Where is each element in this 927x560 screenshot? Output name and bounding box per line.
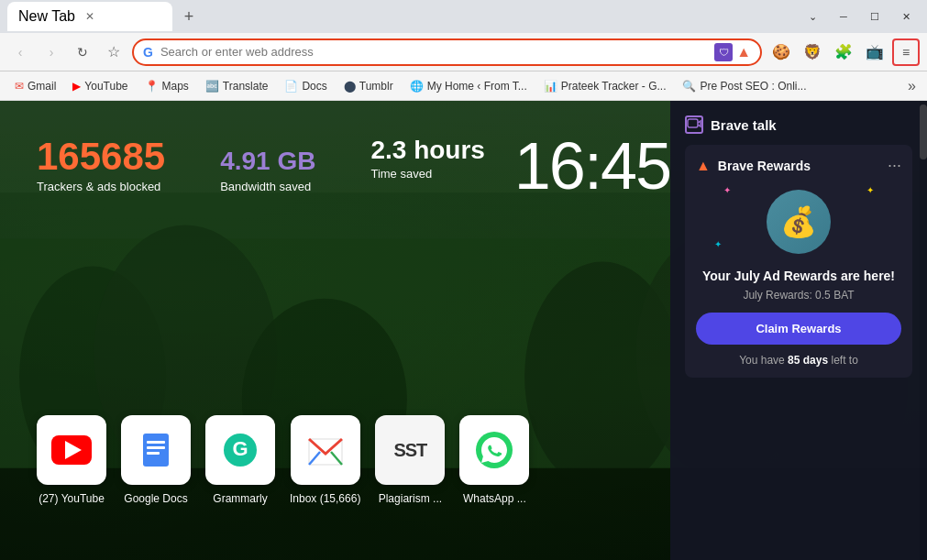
bookmark-seo-label: Pre Post SEO : Onli... bbox=[700, 80, 806, 93]
rewards-label: Brave Rewards bbox=[718, 159, 880, 173]
tumblr-icon: ⬤ bbox=[344, 80, 356, 93]
bookmark-youtube-label: YouTube bbox=[84, 80, 127, 93]
bookmark-translate[interactable]: 🔤 Translate bbox=[198, 77, 276, 95]
docs-icon: 📄 bbox=[284, 80, 298, 93]
youtube-icon: ▶ bbox=[72, 80, 81, 93]
close-button[interactable]: ✕ bbox=[892, 7, 920, 26]
youtube-logo bbox=[51, 435, 92, 465]
dial-youtube-label: (27) YouTube bbox=[39, 492, 105, 505]
brave-rewards-icon[interactable]: ▲ bbox=[736, 44, 751, 60]
scrollbar-thumb[interactable] bbox=[920, 104, 927, 159]
bookmark-tumblr[interactable]: ⬤ Tumblr bbox=[337, 77, 401, 95]
reload-button[interactable]: ↻ bbox=[70, 39, 95, 65]
confetti-1: ✦ bbox=[723, 185, 731, 195]
bookmark-translate-label: Translate bbox=[223, 80, 269, 93]
dial-plagiarism[interactable]: SST Plagiarism ... bbox=[375, 415, 445, 505]
seo-icon: 🔍 bbox=[682, 80, 696, 93]
dial-grammarly[interactable]: G Grammarly bbox=[205, 415, 275, 505]
google-g-icon: G bbox=[143, 45, 153, 60]
active-tab[interactable]: New Tab ✕ bbox=[7, 2, 172, 31]
bookmark-myhome-label: My Home ‹ From T... bbox=[427, 80, 527, 93]
bookmark-gmail[interactable]: ✉ Gmail bbox=[7, 77, 63, 95]
rewards-more-button[interactable]: ··· bbox=[888, 156, 901, 175]
bookmark-tracker[interactable]: 📊 Prateek Tracker - G... bbox=[536, 77, 674, 95]
translate-icon: 🔤 bbox=[205, 80, 219, 93]
bookmark-maps[interactable]: 📍 Maps bbox=[138, 77, 196, 95]
chevron-button[interactable]: ⌄ bbox=[799, 7, 826, 26]
forward-button[interactable]: › bbox=[39, 39, 64, 65]
time-stat: 2.3 hours Time saved bbox=[370, 137, 485, 181]
dial-grammarly-label: Grammarly bbox=[213, 492, 267, 505]
maps-icon: 📍 bbox=[145, 80, 159, 93]
grammarly-logo: G bbox=[220, 430, 260, 470]
bandwidth-number: 4.91 GB bbox=[220, 137, 315, 176]
svg-rect-12 bbox=[147, 446, 165, 449]
svg-text:G: G bbox=[232, 437, 248, 460]
bookmark-tumblr-label: Tumblr bbox=[359, 80, 393, 93]
main-content: 165685 Trackers & ads blocked 4.91 GB Ba… bbox=[0, 101, 927, 560]
claim-rewards-button[interactable]: Claim Rewards bbox=[696, 313, 901, 345]
gmail-logo bbox=[305, 430, 346, 470]
tracker-icon: 📊 bbox=[544, 80, 557, 93]
svg-rect-10 bbox=[143, 434, 169, 467]
rewards-title: Your July Ad Rewards are here! bbox=[696, 269, 901, 283]
tab-close-button[interactable]: ✕ bbox=[83, 9, 97, 24]
rewards-header: ▲ Brave Rewards ··· bbox=[696, 156, 901, 175]
rewards-amount: July Rewards: 0.5 BAT bbox=[696, 289, 901, 302]
url-input[interactable] bbox=[160, 45, 707, 59]
brave-shield-icon[interactable]: 🛡 bbox=[714, 43, 733, 61]
brave-icon[interactable]: 🦁 bbox=[799, 38, 826, 66]
dial-plagiarism-label: Plagiarism ... bbox=[379, 492, 442, 505]
back-button[interactable]: ‹ bbox=[7, 39, 33, 65]
cookie-icon[interactable]: 🍪 bbox=[767, 38, 795, 66]
window-controls: ⌄ ─ ☐ ✕ bbox=[799, 7, 920, 26]
address-icons: 🛡 ▲ bbox=[714, 43, 751, 61]
extensions-icon[interactable]: 🧩 bbox=[830, 38, 857, 66]
tab-title: New Tab bbox=[18, 8, 75, 25]
bookmark-button[interactable]: ☆ bbox=[101, 39, 127, 65]
menu-button[interactable]: ≡ bbox=[892, 38, 920, 66]
dial-gmail[interactable]: Inbox (15,666) bbox=[290, 415, 360, 505]
scrollbar[interactable] bbox=[920, 101, 927, 560]
days-left-text: You have 85 days left to bbox=[696, 354, 901, 367]
gmail-dial-icon bbox=[291, 415, 360, 485]
dial-youtube[interactable]: (27) YouTube bbox=[37, 415, 106, 505]
cast-icon[interactable]: 📺 bbox=[861, 38, 888, 66]
address-bar[interactable]: G 🛡 ▲ bbox=[132, 38, 762, 66]
minimize-button[interactable]: ─ bbox=[830, 7, 857, 26]
rewards-bag-icon: 💰 bbox=[767, 190, 831, 254]
whatsapp-logo bbox=[474, 430, 514, 470]
stats-section: 165685 Trackers & ads blocked 4.91 GB Ba… bbox=[37, 137, 485, 193]
dial-whatsapp[interactable]: WhatsApp ... bbox=[459, 415, 529, 505]
bookmark-gmail-label: Gmail bbox=[28, 80, 56, 93]
brave-talk-header: Brave talk bbox=[685, 115, 912, 134]
bookmarks-bar: ✉ Gmail ▶ YouTube 📍 Maps 🔤 Translate 📄 D… bbox=[0, 71, 927, 101]
plagiarism-dial-icon: SST bbox=[375, 415, 445, 485]
dial-gdocs-label: Google Docs bbox=[124, 492, 187, 505]
dial-gdocs[interactable]: Google Docs bbox=[121, 415, 191, 505]
gdocs-dial-icon bbox=[121, 415, 191, 485]
dial-gmail-label: Inbox (15,666) bbox=[290, 492, 360, 505]
maximize-button[interactable]: ☐ bbox=[861, 7, 888, 26]
trackers-label: Trackers & ads blocked bbox=[37, 180, 165, 193]
new-tab-button[interactable]: + bbox=[176, 4, 202, 29]
trackers-count: 165685 bbox=[37, 137, 165, 176]
bandwidth-label: Bandwidth saved bbox=[220, 180, 315, 193]
svg-rect-11 bbox=[147, 441, 165, 444]
svg-rect-13 bbox=[147, 452, 160, 455]
brave-talk-label: Brave talk bbox=[711, 117, 777, 133]
grammarly-dial-icon: G bbox=[205, 415, 275, 485]
bookmark-youtube[interactable]: ▶ YouTube bbox=[65, 77, 135, 95]
right-panel: Brave talk ▲ Brave Rewards ··· ✦ ✦ ✦ 💰 Y… bbox=[670, 101, 927, 560]
gmail-icon: ✉ bbox=[15, 80, 24, 93]
dial-whatsapp-label: WhatsApp ... bbox=[463, 492, 526, 505]
bookmarks-more-button[interactable]: » bbox=[904, 76, 920, 96]
bookmark-seo[interactable]: 🔍 Pre Post SEO : Onli... bbox=[675, 77, 813, 95]
bookmark-myhome[interactable]: 🌐 My Home ‹ From T... bbox=[403, 77, 535, 95]
bookmark-docs[interactable]: 📄 Docs bbox=[277, 77, 334, 95]
svg-rect-20 bbox=[688, 119, 698, 127]
bookmark-tracker-label: Prateek Tracker - G... bbox=[561, 80, 667, 93]
whatsapp-dial-icon bbox=[459, 415, 529, 485]
sst-text: SST bbox=[393, 440, 426, 461]
gdocs-logo bbox=[136, 430, 176, 470]
